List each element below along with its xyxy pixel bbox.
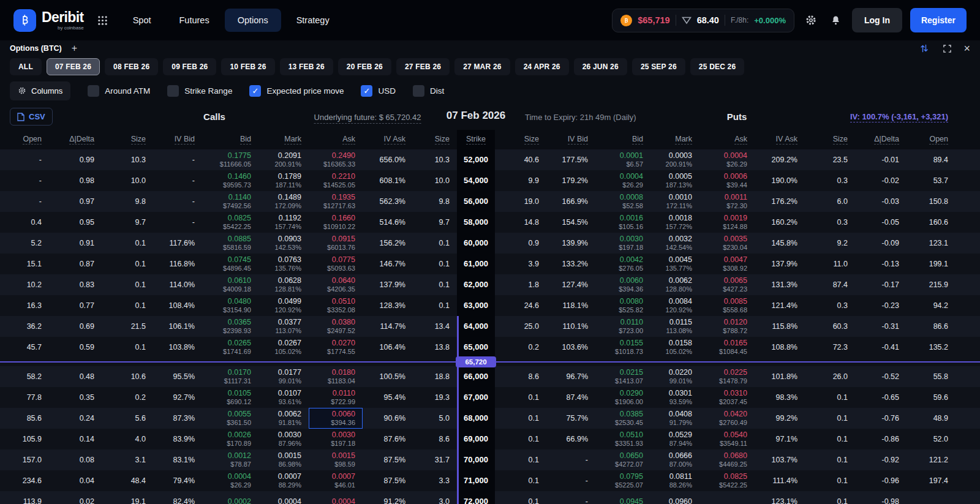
call-ask-cell[interactable]: 0.0640$4206.35 [309,274,363,295]
login-button[interactable]: Log In [852,8,902,32]
call-bid-cell[interactable]: 0.0365$2398.93 [202,316,258,337]
call-ask-cell[interactable]: 0.0775$5093.63 [309,254,363,274]
put-bid-cell[interactable]: 0.0001$6.57 [595,149,650,170]
date-tab-25-sep-26[interactable]: 25 SEP 26 [632,58,685,75]
underlying-future-value[interactable]: Underlying future: $ 65,720.42 [314,113,421,124]
deribit-logo[interactable]: Deribit by coinbase [13,9,84,32]
columns-button[interactable]: Columns [10,81,70,100]
put-bid-cell[interactable]: 0.0795$5225.07 [595,470,650,491]
date-tab-all[interactable]: ALL [10,58,42,75]
nav-item-options[interactable]: Options [225,9,281,32]
date-tab-07-feb-26[interactable]: 07 FEB 26 [47,58,100,75]
call-ask-cell[interactable]: 0.0380$2497.52 [309,316,363,337]
put-ask-cell[interactable]: 0.0065$427.23 [699,274,755,295]
call-ask-cell[interactable]: 0.0004 [309,491,363,504]
put-bid-cell[interactable]: 0.0510$3351.93 [595,429,650,449]
put-bid-cell[interactable]: 0.0155$1018.73 [595,337,650,358]
call-bid-cell[interactable]: 0.0170$1117.31 [202,366,258,387]
checkbox-dist[interactable]: Dist [413,85,444,97]
put-bid-cell[interactable]: 0.0110$723.00 [595,316,650,337]
date-tab-10-feb-26[interactable]: 10 FEB 26 [221,58,274,75]
call-ask-cell[interactable]: 0.0007$46.01 [309,470,363,491]
nav-item-futures[interactable]: Futures [167,9,222,32]
date-tab-26-jun-26[interactable]: 26 JUN 26 [574,58,627,75]
call-ask-cell[interactable]: 0.0510$3352.08 [309,295,363,316]
call-bid-cell[interactable]: 0.0105$690.12 [202,387,258,408]
ticker-widget[interactable]: $65,719 68.40 F./8h: +0.000% [612,9,794,32]
date-tab-20-feb-26[interactable]: 20 FEB 26 [338,58,391,75]
call-ask-cell[interactable]: 0.2490$16365.33 [309,149,363,170]
put-bid-cell[interactable]: 0.0385$2530.45 [595,408,650,429]
call-bid-cell[interactable]: 0.0265$1741.69 [202,337,258,358]
put-bid-cell[interactable]: 0.0042$276.05 [595,254,650,274]
date-tab-13-feb-26[interactable]: 13 FEB 26 [280,58,333,75]
put-bid-cell[interactable]: 0.0060$394.36 [595,274,650,295]
put-bid-cell[interactable]: 0.0650$4272.07 [595,449,650,470]
call-bid-cell[interactable]: 0.0745$4896.45 [202,254,258,274]
notifications-bell-icon[interactable] [827,12,844,29]
call-bid-cell[interactable]: 0.0480$3154.90 [202,295,258,316]
put-bid-cell[interactable]: 0.0290$1906.00 [595,387,650,408]
call-ask-cell[interactable]: 0.2210$14525.05 [309,170,363,191]
put-ask-cell[interactable]: 0.0035$230.04 [699,233,755,254]
call-ask-cell[interactable]: 0.0915$6013.76 [309,233,363,254]
close-icon[interactable]: × [963,43,970,54]
nav-item-spot[interactable]: Spot [120,9,164,32]
call-bid-cell[interactable]: 0.0004$26.29 [202,470,258,491]
date-tab-25-dec-26[interactable]: 25 DEC 26 [690,58,745,75]
checkbox-strike-range[interactable]: Strike Range [167,85,232,97]
apps-grid-icon[interactable] [94,12,111,29]
put-bid-cell[interactable]: 0.0945 [595,491,650,504]
date-tab-27-feb-26[interactable]: 27 FEB 26 [396,58,450,75]
call-ask-cell[interactable]: 0.0270$1774.55 [309,337,363,358]
call-bid-cell[interactable]: 0.0002 [202,491,258,504]
call-bid-cell[interactable]: 0.0885$5816.59 [202,233,258,254]
call-bid-cell[interactable]: 0.0012$78.87 [202,449,258,470]
call-ask-cell[interactable]: 0.1660$10910.22 [309,212,363,233]
iv-summary-link[interactable]: IV: 100.7% (-3,161, +3,321) [850,112,948,122]
call-bid-cell[interactable]: 0.1140$7492.56 [202,191,258,212]
put-bid-cell[interactable]: 0.0016$105.16 [595,212,650,233]
call-ask-cell[interactable]: 0.0030$197.18 [309,429,363,449]
call-ask-cell[interactable]: 0.0015$98.59 [309,449,363,470]
call-bid-cell[interactable]: 0.0610$4009.18 [202,274,258,295]
put-ask-cell[interactable]: 0.0019$124.88 [699,212,755,233]
sort-arrows-icon[interactable] [918,42,931,55]
put-ask-cell[interactable]: 0.0004$26.29 [699,149,755,170]
put-ask-cell[interactable]: 0.0310$2037.45 [699,387,755,408]
call-bid-cell[interactable]: 0.1775$11666.05 [202,149,258,170]
put-ask-cell[interactable]: 0.0120$788.72 [699,316,755,337]
put-bid-cell[interactable]: 0.0004$26.29 [595,170,650,191]
put-bid-cell[interactable]: 0.0080$525.82 [595,295,650,316]
checkbox-usd[interactable]: ✓USD [361,85,396,97]
put-ask-cell[interactable]: 0.0006$39.44 [699,170,755,191]
put-ask-cell[interactable]: 0.0825$5422.25 [699,470,755,491]
put-bid-cell[interactable]: 0.0215$1413.07 [595,366,650,387]
put-ask-cell[interactable]: 0.0011$72.30 [699,191,755,212]
call-ask-cell[interactable]: 0.0180$1183.04 [309,366,363,387]
put-ask-cell[interactable]: 0.0085$558.68 [699,295,755,316]
call-ask-cell[interactable]: 0.0060$394.36 [309,408,363,429]
call-ask-cell[interactable]: 0.0110$722.99 [309,387,363,408]
put-ask-cell[interactable]: 0.0420$2760.49 [699,408,755,429]
date-tab-27-mar-26[interactable]: 27 MAR 26 [454,58,510,75]
expand-icon[interactable] [941,42,954,55]
add-tab-button[interactable]: + [69,43,80,53]
date-tab-09-feb-26[interactable]: 09 FEB 26 [163,58,216,75]
put-ask-cell[interactable]: 0.0047$308.92 [699,254,755,274]
call-bid-cell[interactable]: 0.0055$361.50 [202,408,258,429]
checkbox-expected-price-move[interactable]: ✓Expected price move [249,85,344,97]
put-ask-cell[interactable]: 0.0680$4469.25 [699,449,755,470]
put-ask-cell[interactable]: 0.0540$3549.11 [699,429,755,449]
nav-item-strategy[interactable]: Strategy [284,9,342,32]
put-bid-cell[interactable]: 0.0008$52.58 [595,191,650,212]
call-bid-cell[interactable]: 0.0825$5422.25 [202,212,258,233]
call-ask-cell[interactable]: 0.1935$12717.63 [309,191,363,212]
put-ask-cell[interactable] [699,491,755,504]
register-button[interactable]: Register [910,8,967,32]
csv-export-button[interactable]: CSV [10,108,53,126]
put-bid-cell[interactable]: 0.0030$197.18 [595,233,650,254]
settings-gear-icon[interactable] [802,12,820,29]
call-bid-cell[interactable]: 0.0026$170.89 [202,429,258,449]
checkbox-around-atm[interactable]: Around ATM [88,85,150,97]
